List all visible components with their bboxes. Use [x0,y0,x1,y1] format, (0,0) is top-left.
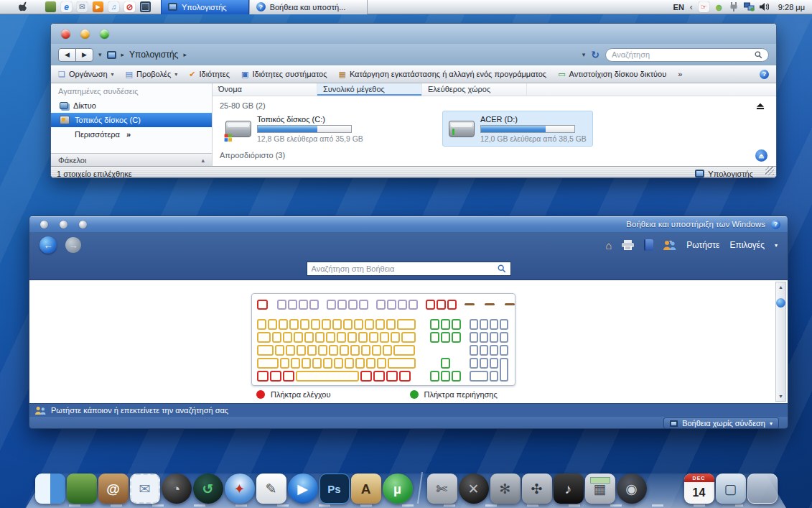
search-icon[interactable] [755,51,762,59]
network-icon[interactable] [744,1,755,12]
user-icon[interactable]: ☻ [714,1,724,12]
photos-dock-icon[interactable] [67,474,97,504]
trash-dock-icon[interactable] [747,474,778,504]
safari-dock-icon[interactable]: ✦ [225,474,255,504]
minimize-button[interactable] [80,29,90,39]
taskbar-button[interactable]: Υπολογιστής [161,0,249,14]
offline-help-button[interactable]: Βοήθεια χωρίς σύνδεση ▾ [663,417,779,429]
sysprefs-dock-icon[interactable]: ✻ [490,474,521,504]
column-header[interactable]: Όνομα [213,83,317,96]
media-player-icon[interactable]: ▶ [93,1,103,12]
blocked-icon[interactable]: ⊘ [124,1,135,12]
forward-button[interactable]: → [65,237,81,253]
zoom-button[interactable] [79,221,87,228]
calendar-dock-icon[interactable]: DEC14 [684,474,714,504]
toolbar-button[interactable]: » [678,70,682,78]
folders-band[interactable]: Φάκελοι ▴ [51,153,212,166]
system-tray: ☞☻ [699,1,770,12]
volume-icon[interactable] [759,1,770,12]
breadcrumb[interactable]: Υπολογιστής [129,50,178,60]
column-header[interactable]: Ελεύθερος χώρος [422,83,527,96]
zoom-button[interactable] [100,29,109,39]
ask-bar-text[interactable]: Ρωτήστε κάποιον ή επεκτείνετε την αναζήτ… [51,406,228,415]
keyboard-key [326,332,335,343]
xcode-dock-icon[interactable]: A [351,474,381,504]
apple-menu-icon[interactable] [19,1,29,12]
finder-dock-icon[interactable] [35,474,65,504]
forward-button[interactable]: ▶ [75,48,93,62]
search-icon[interactable] [498,264,506,273]
print-icon[interactable] [622,240,634,250]
internet-explorer-icon[interactable]: e [61,1,72,12]
close-button[interactable] [40,221,48,228]
drive-item[interactable]: Τοπικός δίσκος (C:)12,8 GB ελεύθερα από … [220,111,369,147]
help-titlebar[interactable]: Βοήθεια και υποστήριξη των Windows ? [29,216,788,232]
explorer-titlebar[interactable] [51,24,776,44]
mail-icon[interactable]: ✉ [77,1,88,12]
display-icon[interactable] [140,1,151,12]
help-search-input[interactable] [312,264,493,273]
calculator-dock-icon[interactable]: ▦ [585,474,615,504]
toolbar-button-label: Ιδιότητες [199,70,230,78]
bag-dock-icon[interactable]: ✄ [427,474,457,504]
plug-icon[interactable] [729,1,739,12]
keyboard-key [340,345,349,356]
scroll-down-icon[interactable]: ▼ [776,392,785,401]
keyboard-key [315,332,325,343]
utorrent-dock-icon[interactable]: µ [383,474,413,504]
sidebar-item[interactable]: Δίκτυο [51,98,212,113]
help-icon[interactable]: ? [760,70,769,79]
folders-icon[interactable] [45,1,56,12]
drive-item[interactable]: ACER (D:)12,0 GB ελεύθερα από 38,5 GB [442,111,593,147]
toolbar-button[interactable]: ▤Προβολές▾ [126,70,178,79]
resize-grip[interactable] [765,167,774,175]
scrollbar[interactable]: ▲ ▼ [775,282,786,402]
close-button[interactable] [61,29,70,39]
ask-people-icon[interactable]: ? [663,240,676,251]
toolbar-button[interactable]: ✔Ιδιότητες [189,70,230,79]
textedit-dock-icon[interactable]: ✎ [256,474,286,504]
toolbar-button[interactable]: ▦Κατάργηση εγκατάστασης ή αλλαγή ενός πρ… [339,70,547,79]
options-button[interactable]: Επιλογές [729,240,765,250]
scroll-thumb[interactable] [776,298,785,308]
clamp-dock-icon[interactable]: ✣ [522,474,552,504]
home-icon[interactable]: ⌂ [605,239,612,251]
address-dropdown-icon[interactable]: ▾ [582,51,586,58]
taskbar-button[interactable]: ?Βοήθεια και υποστή... [249,0,368,14]
book-icon[interactable] [644,239,653,251]
dashboard-dock-icon[interactable]: ◔ [162,474,192,504]
music-icon[interactable]: ♫ [108,1,119,12]
chevron-left-icon[interactable]: ‹ [690,2,693,12]
search-input[interactable] [612,50,750,59]
chevron-down-icon[interactable]: ▾ [775,242,778,249]
back-button[interactable]: ◀ [58,48,76,62]
history-dropdown-icon[interactable]: ▾ [98,51,102,58]
speaker-dock-icon[interactable]: ♪ [554,474,584,504]
language-indicator[interactable]: EN [673,3,684,11]
scroll-up-icon[interactable]: ▲ [776,282,785,292]
eject-icon[interactable] [756,102,765,110]
quicktime-dock-icon[interactable]: ▶ [288,474,318,504]
orb-dock-icon[interactable]: ✕ [459,474,489,504]
toolbar-button[interactable]: ▭Αντιστοίχιση δίσκου δικτύου [558,70,666,79]
clock[interactable]: 9:28 μμ [778,3,805,11]
keyboard-key [490,345,498,356]
timemachine-dock-icon[interactable]: ↺ [193,474,223,504]
sidebar-item[interactable]: Τοπικός δίσκος (C) [51,113,212,127]
refresh-icon[interactable]: ↻ [591,49,599,60]
ask-button[interactable]: Ρωτήστε [686,240,719,250]
toolbar-button[interactable]: ❏Οργάνωση▾ [58,70,114,79]
power-dock-icon[interactable]: ◉ [617,474,647,504]
accessibility-icon[interactable]: ☞ [699,1,709,12]
back-button[interactable]: ← [39,236,57,254]
toolbar-button[interactable]: ▣Ιδιότητες συστήματος [241,70,327,79]
breadcrumb-arrow-icon[interactable]: ▸ [183,51,187,58]
eject-button[interactable] [755,149,767,162]
sidebar-item[interactable]: Περισσότερα» [51,127,212,142]
displays-dock-icon[interactable]: ▢ [716,474,746,504]
column-header[interactable]: Συνολικό μέγεθος [317,83,422,96]
photoshop-dock-icon[interactable]: Ps [319,474,350,504]
minimize-button[interactable] [60,221,67,228]
addressbook-dock-icon[interactable]: @ [98,474,129,504]
mail-dock-icon[interactable]: ✉ [130,474,160,504]
